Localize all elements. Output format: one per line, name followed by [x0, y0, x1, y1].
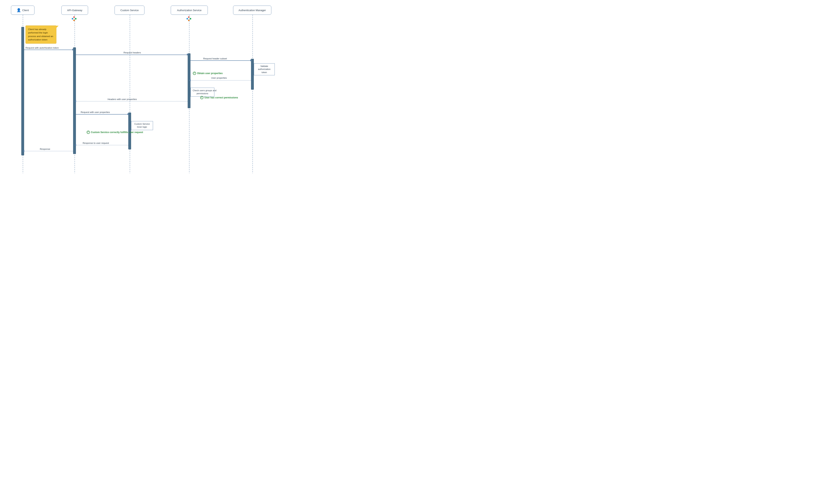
- activation-client: [21, 27, 24, 155]
- arrowhead-10: [127, 113, 129, 115]
- arrow-request-token: [24, 50, 73, 50]
- actor-custom: Custom Service: [115, 6, 144, 15]
- arrowhead-9: [74, 100, 76, 102]
- label-response-to-user: Response to user request: [83, 142, 109, 144]
- arrow-request-headers: [76, 55, 188, 55]
- label-request-token: Request with autorhization token: [25, 47, 59, 49]
- self-ref-check: Check users groups andpermissions: [190, 88, 214, 97]
- auth-icon-cluster: [186, 16, 191, 21]
- label-header-subset: Request header subset: [203, 57, 227, 60]
- gateway-icon-cluster: [72, 16, 76, 21]
- arrow-header-subset: [190, 60, 251, 61]
- label-headers-user-props: Headers with user properties: [108, 98, 137, 101]
- label-user-props: User properties: [211, 77, 227, 79]
- label-req-user-props: Request with user properties: [81, 111, 110, 113]
- green-custom-fulfills: Custom Service correctly fullfills user …: [87, 131, 143, 134]
- green-obtain-user: Obtain user properties: [193, 72, 223, 75]
- client-icon: 👤: [16, 8, 21, 12]
- self-ref-validate: Validateauthorizationtoken: [254, 63, 275, 75]
- client-label: Client: [22, 9, 29, 12]
- check-icon-2: [200, 96, 203, 99]
- arrowhead-1: [72, 49, 74, 51]
- arrowhead-2: [187, 54, 188, 56]
- arrowhead-3: [250, 59, 252, 61]
- sequence-diagram: 👤 Client API-Gateway Custom Service Auth…: [0, 0, 275, 173]
- arrow-req-user-props: [76, 114, 128, 115]
- green-correct-perms: User has correct permissions: [200, 96, 238, 99]
- label-response: Response: [40, 148, 50, 150]
- check-icon-1: [193, 72, 196, 75]
- arrow-headers-user-props: [76, 101, 188, 102]
- check-icon-3: [87, 131, 90, 134]
- activation-authmgr: [251, 59, 254, 90]
- actor-auth: Authorization Service: [171, 6, 208, 15]
- self-ref-inner: Custom ServiceInner logic: [131, 121, 153, 130]
- custom-label: Custom Service: [120, 9, 139, 12]
- arrowhead-14: [23, 150, 24, 152]
- lifeline-authmgr: [252, 15, 253, 173]
- actor-authmgr: Authentication Manager: [233, 6, 271, 15]
- arrowhead-6: [189, 79, 191, 81]
- label-request-headers: Request headers: [123, 51, 141, 54]
- note-login: Client has already performed the login p…: [25, 25, 56, 44]
- actor-client: 👤 Client: [11, 6, 35, 15]
- auth-label: Authorization Service: [177, 9, 201, 12]
- lifeline-custom: [130, 15, 130, 173]
- authmgr-label: Authentication Manager: [238, 9, 266, 12]
- actor-gateway: API-Gateway: [61, 6, 88, 15]
- gateway-label: API-Gateway: [67, 9, 82, 12]
- arrowhead-13: [74, 144, 76, 146]
